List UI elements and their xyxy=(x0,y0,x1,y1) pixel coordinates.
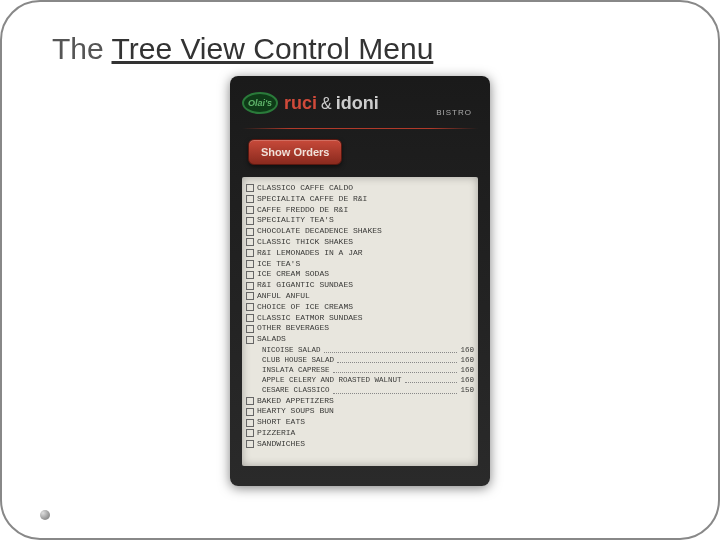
tree-node[interactable]: SHORT EATS xyxy=(246,417,474,428)
tree-node[interactable]: SANDWICHES xyxy=(246,439,474,450)
price-leader-dots xyxy=(405,375,458,383)
brand-sub: idoni xyxy=(336,93,379,114)
title-prefix: The xyxy=(52,32,112,65)
tree-node-label: CLASSIC THICK SHAKES xyxy=(257,237,353,248)
tree-node-label: OTHER BEVERAGES xyxy=(257,323,329,334)
tree-node[interactable]: R&I GIGANTIC SUNDAES xyxy=(246,280,474,291)
tree-sub-item[interactable]: INSLATA CAPRESE160 xyxy=(262,365,474,375)
tree-sub-item[interactable]: CLUB HOUSE SALAD160 xyxy=(262,355,474,365)
tree-sub-item[interactable]: NICOISE SALAD160 xyxy=(262,345,474,355)
brand-divider xyxy=(242,128,478,129)
sub-item-price: 160 xyxy=(460,375,474,385)
tree-node-label: CAFFE FREDDO DE R&I xyxy=(257,205,348,216)
price-leader-dots xyxy=(337,355,457,363)
tree-node-label: ANFUL ANFUL xyxy=(257,291,310,302)
sub-item-name: CESARE CLASSICO xyxy=(262,385,330,395)
tree-node-label: SPECIALITY TEA'S xyxy=(257,215,334,226)
slide-frame: The Tree View Control Menu Olai's ruci &… xyxy=(0,0,720,540)
tree-node-label: CLASSIC EATMOR SUNDAES xyxy=(257,313,363,324)
device-container: Olai's ruci & idoni BISTRO Show Orders C… xyxy=(42,76,678,486)
price-leader-dots xyxy=(324,345,458,353)
tree-node-label: ICE TEA'S xyxy=(257,259,300,270)
tree-node-label: CHOICE OF ICE CREAMS xyxy=(257,302,353,313)
tree-node-label: BAKED APPETIZERS xyxy=(257,396,334,407)
brand-tagline: BISTRO xyxy=(436,108,472,117)
tree-node-label: SPECIALITA CAFFE DE R&I xyxy=(257,194,367,205)
tree-node-label: PIZZERIA xyxy=(257,428,295,439)
tree-node-label: SANDWICHES xyxy=(257,439,305,450)
tree-node-label: CLASSICO CAFFE CALDO xyxy=(257,183,353,194)
price-leader-dots xyxy=(333,365,458,373)
brand-header: Olai's ruci & idoni BISTRO xyxy=(242,86,478,120)
menu-screen: CLASSICO CAFFE CALDOSPECIALITA CAFFE DE … xyxy=(242,177,478,466)
sub-item-name: NICOISE SALAD xyxy=(262,345,321,355)
sub-item-price: 160 xyxy=(460,365,474,375)
tree-node-label: SHORT EATS xyxy=(257,417,305,428)
tree-node[interactable]: SPECIALITY TEA'S xyxy=(246,215,474,226)
brand-main: ruci xyxy=(284,93,317,114)
tree-node[interactable]: SALADS xyxy=(246,334,474,345)
tree-node[interactable]: SPECIALITA CAFFE DE R&I xyxy=(246,194,474,205)
tree-node[interactable]: ANFUL ANFUL xyxy=(246,291,474,302)
tree-node-label: SALADS xyxy=(257,334,286,345)
sub-item-price: 160 xyxy=(460,355,474,365)
tree-node[interactable]: OTHER BEVERAGES xyxy=(246,323,474,334)
tree-node-label: R&I GIGANTIC SUNDAES xyxy=(257,280,353,291)
tree-node[interactable]: CLASSIC EATMOR SUNDAES xyxy=(246,313,474,324)
tree-view[interactable]: CLASSICO CAFFE CALDOSPECIALITA CAFFE DE … xyxy=(246,183,474,450)
tree-node-label: HEARTY SOUPS BUN xyxy=(257,406,334,417)
tree-node-label: ICE CREAM SODAS xyxy=(257,269,329,280)
tree-node[interactable]: PIZZERIA xyxy=(246,428,474,439)
sub-item-name: APPLE CELERY AND ROASTED WALNUT xyxy=(262,375,402,385)
sub-item-price: 160 xyxy=(460,345,474,355)
slide-bullet-icon xyxy=(40,510,50,520)
slide-title: The Tree View Control Menu xyxy=(52,32,678,66)
tree-sub-item[interactable]: APPLE CELERY AND ROASTED WALNUT160 xyxy=(262,375,474,385)
tree-node-label: CHOCOLATE DECADENCE SHAKES xyxy=(257,226,382,237)
brand-text: ruci & idoni xyxy=(284,93,379,114)
tree-node[interactable]: R&I LEMONADES IN A JAR xyxy=(246,248,474,259)
tree-sub-item[interactable]: CESARE CLASSICO150 xyxy=(262,385,474,395)
tree-node[interactable]: BAKED APPETIZERS xyxy=(246,396,474,407)
brand-ampersand: & xyxy=(321,95,332,113)
tree-node[interactable]: HEARTY SOUPS BUN xyxy=(246,406,474,417)
tree-node[interactable]: CHOICE OF ICE CREAMS xyxy=(246,302,474,313)
price-leader-dots xyxy=(333,385,458,393)
sub-item-price: 150 xyxy=(460,385,474,395)
tree-node[interactable]: ICE CREAM SODAS xyxy=(246,269,474,280)
brand-logo-oval: Olai's xyxy=(242,92,278,114)
show-orders-button[interactable]: Show Orders xyxy=(248,139,342,165)
title-main: Tree View Control Menu xyxy=(112,32,434,65)
tree-node[interactable]: CLASSICO CAFFE CALDO xyxy=(246,183,474,194)
sub-item-name: CLUB HOUSE SALAD xyxy=(262,355,334,365)
tree-node[interactable]: CAFFE FREDDO DE R&I xyxy=(246,205,474,216)
sub-item-name: INSLATA CAPRESE xyxy=(262,365,330,375)
tree-node-label: R&I LEMONADES IN A JAR xyxy=(257,248,363,259)
tablet-device: Olai's ruci & idoni BISTRO Show Orders C… xyxy=(230,76,490,486)
tree-node[interactable]: CHOCOLATE DECADENCE SHAKES xyxy=(246,226,474,237)
tree-node[interactable]: CLASSIC THICK SHAKES xyxy=(246,237,474,248)
tree-node[interactable]: ICE TEA'S xyxy=(246,259,474,270)
